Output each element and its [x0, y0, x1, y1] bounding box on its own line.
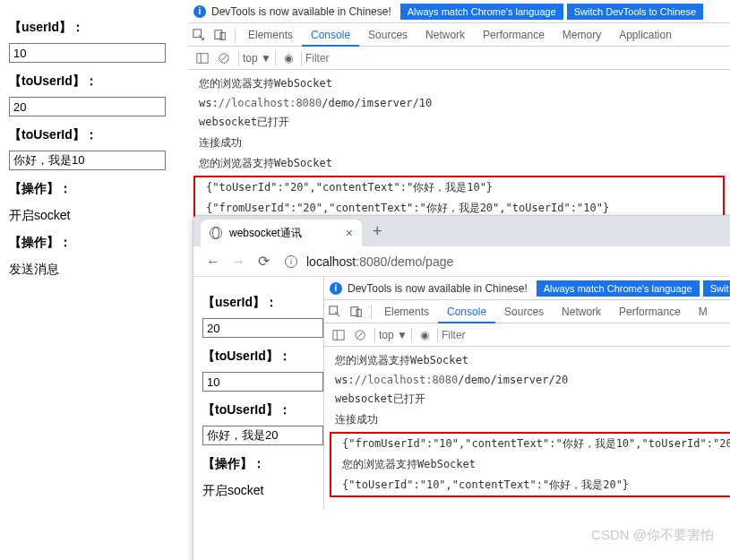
tab-title: websocket通讯	[229, 226, 302, 241]
svg-rect-10	[333, 331, 344, 340]
content-label: 【toUserId】：	[9, 127, 179, 143]
context-selector[interactable]: top ▼	[379, 329, 408, 341]
content-input[interactable]	[202, 426, 323, 445]
window2-body: 【userId】： 【toUserId】： 【toUserId】： 【操作】： …	[193, 277, 730, 510]
touserid-input[interactable]	[9, 97, 166, 116]
highlighted-messages: {"fromUserId":"10","contentText":"你好，我是1…	[330, 432, 730, 497]
close-tab-icon[interactable]: ×	[346, 226, 353, 240]
highlighted-messages: {"toUserId":"20","contentText":"你好，我是10"…	[193, 176, 725, 220]
match-language-button[interactable]: Always match Chrome's language	[400, 4, 563, 20]
tab-network[interactable]: Network	[417, 23, 474, 47]
console-line: 您的浏览器支持WebSocket	[188, 153, 730, 174]
console-line: websocket已打开	[324, 389, 730, 409]
console-line: 您的浏览器支持WebSocket	[324, 350, 730, 371]
userid-input[interactable]	[9, 43, 166, 63]
userid-label: 【userId】：	[9, 20, 179, 36]
console-line: 您的浏览器支持WebSocket	[331, 454, 730, 475]
switch-language-button[interactable]: Switch DevTools to Chinese	[567, 4, 703, 20]
browser-tabstrip: websocket通讯 × +	[193, 216, 730, 246]
open-socket-button[interactable]: 开启socket	[202, 483, 323, 499]
touserid-input[interactable]	[202, 372, 323, 392]
console-line: ws://localhost:8080/demo/imserver/20	[324, 371, 730, 389]
ws-link[interactable]: //localhost:8080	[219, 97, 322, 109]
devtools-info-msg: DevTools is now available in Chinese!	[211, 5, 391, 18]
divider	[238, 51, 239, 65]
tab-elements[interactable]: Elements	[375, 300, 438, 323]
divider	[411, 328, 412, 342]
context-selector[interactable]: top ▼	[243, 52, 271, 65]
url-port: :8080	[356, 254, 387, 269]
userid-label: 【userId】：	[202, 295, 323, 311]
console-line: 连接成功	[188, 133, 730, 153]
reload-icon[interactable]: ⟳	[254, 253, 272, 270]
send-message-button[interactable]: 发送消息	[9, 262, 179, 278]
console-line: ws://localhost:8080/demo/imserver/10	[188, 94, 730, 112]
tab-elements[interactable]: Elements	[239, 23, 302, 47]
devtools-tabs: Elements Console Sources Network Perform…	[188, 23, 730, 47]
tab-m[interactable]: M	[690, 300, 717, 323]
back-icon[interactable]: ←	[204, 254, 222, 270]
divider	[275, 51, 276, 65]
tab-sources[interactable]: Sources	[495, 300, 553, 323]
console-line: websocket已打开	[188, 112, 730, 133]
tab-sources[interactable]: Sources	[359, 23, 417, 47]
browser-tab[interactable]: websocket通讯 ×	[201, 220, 362, 246]
site-info-icon[interactable]: i	[285, 255, 297, 268]
clear-console-icon[interactable]	[354, 328, 366, 341]
content-label: 【toUserId】：	[202, 402, 323, 418]
inspect-icon[interactable]	[328, 305, 342, 318]
touserid-label: 【toUserId】：	[202, 349, 323, 365]
tab-memory[interactable]: Memory	[554, 23, 610, 47]
tab-console[interactable]: Console	[302, 23, 359, 47]
console-toolbar: top ▼ ◉	[324, 323, 730, 347]
clear-console-icon[interactable]	[218, 51, 230, 65]
globe-icon	[210, 227, 222, 239]
svg-rect-3	[197, 54, 208, 64]
url-host: localhost	[306, 254, 356, 269]
tab-console[interactable]: Console	[438, 300, 495, 323]
console-line: 连接成功	[324, 409, 730, 430]
svg-rect-1	[215, 30, 222, 39]
devtools-panel-top: i DevTools is now available in Chinese! …	[188, 0, 730, 241]
inspect-icon[interactable]	[192, 28, 206, 41]
ws-link[interactable]: //localhost:8080	[355, 374, 459, 386]
new-tab-button[interactable]: +	[373, 222, 382, 241]
divider	[371, 305, 372, 319]
info-icon: i	[193, 5, 206, 18]
tab-performance[interactable]: Performance	[610, 300, 690, 323]
device-icon[interactable]	[349, 305, 364, 318]
url-display[interactable]: i localhost:8080/demo/page	[285, 254, 730, 269]
address-bar: ← → ⟳ i localhost:8080/demo/page	[193, 246, 730, 277]
sidebar-toggle-icon[interactable]	[332, 328, 345, 341]
sidebar-toggle-icon[interactable]	[196, 51, 209, 65]
svg-rect-8	[351, 307, 358, 316]
console-filter-input[interactable]	[305, 52, 359, 65]
svg-line-6	[221, 55, 228, 61]
console-filter-input[interactable]	[442, 329, 495, 341]
tab-performance[interactable]: Performance	[474, 23, 554, 47]
touserid-label: 【toUserId】：	[9, 73, 179, 90]
eye-icon[interactable]: ◉	[420, 329, 429, 341]
devtools-tabs: Elements Console Sources Network Perform…	[324, 300, 730, 323]
console-line: {"toUserId":"20","contentText":"你好，我是10"…	[195, 177, 723, 198]
info-icon: i	[330, 282, 342, 295]
tab-network[interactable]: Network	[553, 300, 610, 323]
devtools-panel-window2: i DevTools is now available in Chinese! …	[323, 277, 730, 510]
match-language-button[interactable]: Always match Chrome's language	[537, 280, 700, 297]
console-toolbar: top ▼ ◉	[188, 47, 730, 70]
divider	[374, 328, 375, 342]
open-socket-button[interactable]: 开启socket	[9, 208, 179, 224]
console-output: 您的浏览器支持WebSocket ws://localhost:8080/dem…	[324, 347, 730, 503]
userid-input[interactable]	[202, 318, 323, 338]
op1-label: 【操作】：	[202, 456, 323, 472]
divider	[301, 51, 302, 65]
tab-application[interactable]: Application	[610, 23, 681, 47]
form-user10: 【userId】： 【toUserId】： 【toUserId】： 【操作】： …	[9, 9, 179, 289]
eye-icon[interactable]: ◉	[284, 52, 293, 65]
device-icon[interactable]	[213, 28, 228, 41]
content-input[interactable]	[9, 151, 166, 170]
form-user20: 【userId】： 【toUserId】： 【toUserId】： 【操作】： …	[193, 277, 323, 510]
switch-language-button[interactable]: Swit	[703, 280, 730, 297]
svg-line-13	[357, 332, 364, 338]
devtools-info-bar: i DevTools is now available in Chinese! …	[188, 0, 730, 23]
